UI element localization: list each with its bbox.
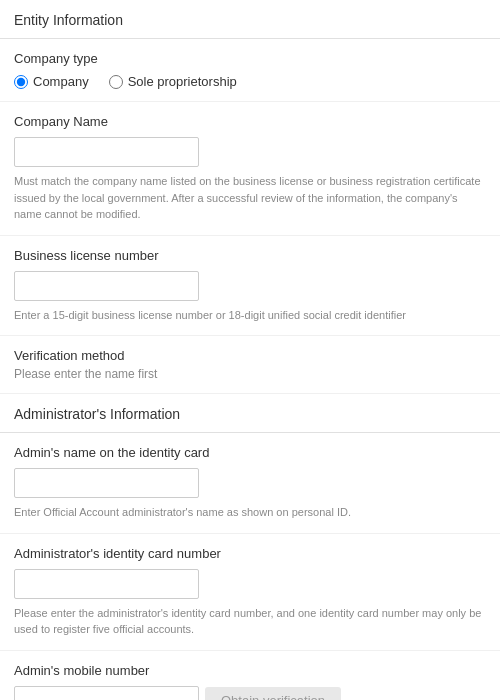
admin-mobile-input[interactable] bbox=[14, 686, 199, 701]
admin-id-number-label: Administrator's identity card number bbox=[14, 546, 486, 561]
business-license-label: Business license number bbox=[14, 248, 486, 263]
admin-name-label: Admin's name on the identity card bbox=[14, 445, 486, 460]
mobile-input-row: Obtain verification bbox=[14, 686, 486, 701]
obtain-verification-button[interactable]: Obtain verification bbox=[205, 687, 341, 700]
admin-name-help: Enter Official Account administrator's n… bbox=[14, 504, 486, 521]
admin-mobile-label: Admin's mobile number bbox=[14, 663, 486, 678]
business-license-input[interactable] bbox=[14, 271, 199, 301]
admin-info-title: Administrator's Information bbox=[0, 394, 500, 433]
business-license-group: Business license number Enter a 15-digit… bbox=[0, 236, 500, 337]
admin-id-number-group: Administrator's identity card number Ple… bbox=[0, 534, 500, 651]
admin-name-input[interactable] bbox=[14, 468, 199, 498]
company-type-radio-group: Company Sole proprietorship bbox=[14, 74, 486, 89]
company-name-input[interactable] bbox=[14, 137, 199, 167]
sole-radio-label: Sole proprietorship bbox=[128, 74, 237, 89]
admin-id-number-help: Please enter the administrator's identit… bbox=[14, 605, 486, 638]
company-name-label: Company Name bbox=[14, 114, 486, 129]
business-license-help: Enter a 15-digit business license number… bbox=[14, 307, 486, 324]
entity-info-title: Entity Information bbox=[0, 0, 500, 39]
company-type-group: Company type Company Sole proprietorship bbox=[0, 39, 500, 102]
verification-method-label: Verification method bbox=[14, 348, 486, 363]
verification-method-group: Verification method Please enter the nam… bbox=[0, 336, 500, 394]
company-radio-label: Company bbox=[33, 74, 89, 89]
company-radio-input[interactable] bbox=[14, 75, 28, 89]
admin-id-number-input[interactable] bbox=[14, 569, 199, 599]
verification-method-hint: Please enter the name first bbox=[14, 367, 486, 381]
sole-proprietorship-radio-option[interactable]: Sole proprietorship bbox=[109, 74, 237, 89]
company-name-help: Must match the company name listed on th… bbox=[14, 173, 486, 223]
admin-name-group: Admin's name on the identity card Enter … bbox=[0, 433, 500, 534]
admin-mobile-group: Admin's mobile number Obtain verificatio… bbox=[0, 651, 500, 701]
company-type-label: Company type bbox=[14, 51, 486, 66]
company-name-group: Company Name Must match the company name… bbox=[0, 102, 500, 236]
sole-radio-input[interactable] bbox=[109, 75, 123, 89]
company-radio-option[interactable]: Company bbox=[14, 74, 89, 89]
